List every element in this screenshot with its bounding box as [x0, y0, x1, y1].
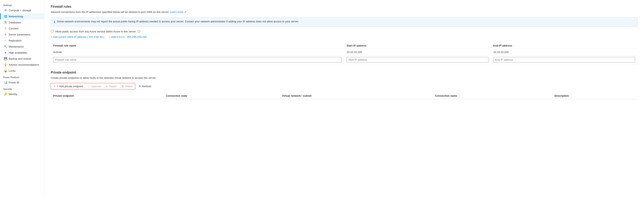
- sidebar-item-server-parameters[interactable]: ≡Server parameters: [0, 32, 44, 38]
- maintenance-icon: 🔧: [4, 45, 7, 48]
- fw-col-name: Firewall rule name: [51, 42, 344, 49]
- sidebar-item-locks[interactable]: 🔒Locks: [0, 68, 44, 74]
- delete-icon: 🗑: [121, 85, 124, 88]
- private-endpoint-table: Private endpoint Connection state Virtua…: [51, 93, 638, 99]
- delete-button[interactable]: 🗑 Delete: [119, 84, 135, 89]
- fw-input-name[interactable]: [53, 57, 342, 62]
- public-access-info-icon: i: [138, 30, 140, 33]
- sidebar-section-settings: Settings: [0, 2, 44, 7]
- backup-restore-icon: 💾: [4, 57, 7, 60]
- info-box: ℹ Some network environments may not repo…: [51, 17, 638, 27]
- reject-icon: ✕: [106, 85, 108, 88]
- sidebar-section-security: Security: [0, 86, 44, 91]
- high-availability-icon: ♦: [4, 51, 7, 54]
- server-parameters-icon: ≡: [4, 33, 7, 36]
- connect-icon: ⚡: [4, 27, 7, 30]
- public-access-row: Allow public access from any Azure servi…: [51, 30, 638, 33]
- sidebar-item-connect[interactable]: ⚡Connect: [0, 26, 44, 32]
- identity-icon: 🔑: [4, 92, 7, 96]
- fw-cell-end_ip: 10.10.10.220: [491, 49, 638, 55]
- reject-button[interactable]: ✕ Reject: [103, 84, 119, 89]
- fw-cell-start_ip: 10.10.10.220: [344, 49, 491, 55]
- public-access-checkbox[interactable]: [51, 30, 54, 33]
- sidebar-section-power-platform: Power Platform: [0, 74, 44, 79]
- add-range-link[interactable]: + Add 0.0.0.0 - 255.255.255.255: [109, 36, 146, 38]
- sidebar-label-locks: Locks: [9, 69, 16, 72]
- pe-col-connname: Connection name: [433, 93, 552, 99]
- replication-icon: ↔: [4, 39, 7, 42]
- main-content: Firewall rules Inbound connections from …: [44, 0, 644, 197]
- sidebar-item-replication[interactable]: ↔Replication: [0, 38, 44, 44]
- pe-col-vnet: Virtual network / subnet: [280, 93, 433, 99]
- private-endpoint-desc: Create private endpoints to allow hosts …: [51, 76, 638, 80]
- sidebar-label-advisor: Advisor recommendations: [9, 63, 39, 66]
- add-client-ip-link[interactable]: + Add current client IP address ( 101.0.…: [51, 36, 104, 38]
- fw-input-start_ip[interactable]: [346, 57, 488, 62]
- learn-more-link[interactable]: Learn more: [170, 10, 183, 14]
- sidebar-label-backup-restore: Backup and restore: [9, 57, 32, 60]
- sidebar-label-networking: Networking: [9, 15, 23, 18]
- sidebar-label-replication: Replication: [9, 39, 22, 42]
- sidebar-item-maintenance[interactable]: 🔧Maintenance: [0, 44, 44, 50]
- fw-col-end: End IP address: [491, 42, 638, 49]
- sidebar-label-power-bi: Power BI: [9, 81, 19, 84]
- private-endpoint-title: Private endpoint: [51, 71, 638, 74]
- sidebar-item-advisor[interactable]: 💡Advisor recommendations: [0, 62, 44, 68]
- pe-col-endpoint: Private endpoint: [51, 93, 164, 99]
- sidebar-label-compute-storage: Compute + storage: [9, 9, 31, 12]
- refresh-icon: ↻: [139, 85, 141, 88]
- firewall-rules-title: Firewall rules: [51, 5, 638, 8]
- sidebar-item-backup-restore[interactable]: 💾Backup and restore: [0, 56, 44, 62]
- fw-cell-name: testrule: [51, 49, 344, 55]
- sidebar-item-high-availability[interactable]: ♦High availability: [0, 50, 44, 56]
- sidebar-item-networking[interactable]: 🌐Networking: [0, 13, 44, 19]
- fw-input-end_ip[interactable]: [493, 57, 635, 62]
- sidebar-item-power-bi[interactable]: 📊Power BI: [0, 79, 44, 86]
- advisor-icon: 💡: [4, 63, 7, 66]
- public-access-label: Allow public access from any Azure servi…: [55, 30, 136, 33]
- sidebar-label-databases: Databases: [9, 21, 21, 24]
- approve-button[interactable]: ✓ Approve: [86, 84, 103, 89]
- compute-storage-icon: ⚙: [4, 9, 7, 12]
- add-ip-links-row: + Add current client IP address ( 101.0.…: [51, 36, 638, 38]
- databases-icon: 🗄: [4, 21, 7, 24]
- networking-icon: 🌐: [4, 15, 7, 18]
- refresh-button[interactable]: ↻ Refresh: [136, 84, 154, 89]
- private-endpoint-section: Private endpoint Create private endpoint…: [51, 71, 638, 100]
- fw-col-start: Start IP address: [344, 42, 491, 49]
- power-bi-icon: 📊: [4, 81, 7, 84]
- firewall-rules-table: Firewall rule name Start IP address End …: [51, 42, 638, 64]
- sidebar-item-compute-storage[interactable]: ⚙Compute + storage: [0, 7, 44, 13]
- add-private-endpoint-button[interactable]: ＋ + Add private endpoint: [51, 83, 86, 89]
- firewall-rules-desc: Inbound connections from the IP addresse…: [51, 10, 638, 14]
- approve-icon: ✓: [88, 85, 90, 88]
- locks-icon: 🔒: [4, 69, 7, 72]
- fw-new-row: [51, 55, 638, 64]
- add-icon: ＋: [54, 84, 56, 88]
- pe-toolbar-group: ＋ + Add private endpoint ✓ Approve ✕ Rej…: [51, 83, 135, 90]
- sidebar-label-high-availability: High availability: [9, 51, 27, 54]
- sidebar-label-server-parameters: Server parameters: [9, 33, 30, 36]
- sidebar-label-identity: Identity: [9, 93, 17, 96]
- sidebar-item-identity[interactable]: 🔑Identity: [0, 91, 44, 97]
- sidebar-label-maintenance: Maintenance: [9, 45, 24, 48]
- pe-toolbar: ＋ + Add private endpoint ✓ Approve ✕ Rej…: [51, 83, 638, 90]
- pe-col-state: Connection state: [164, 93, 280, 99]
- info-icon: ℹ: [54, 20, 55, 24]
- sidebar-label-connect: Connect: [9, 27, 18, 30]
- pe-col-desc: Description: [552, 93, 638, 99]
- sidebar-item-databases[interactable]: 🗄Databases: [0, 19, 44, 26]
- table-row: testrule10.10.10.22010.10.10.220: [51, 49, 638, 55]
- sidebar: Settings⚙Compute + storage🌐Networking🗄Da…: [0, 0, 44, 197]
